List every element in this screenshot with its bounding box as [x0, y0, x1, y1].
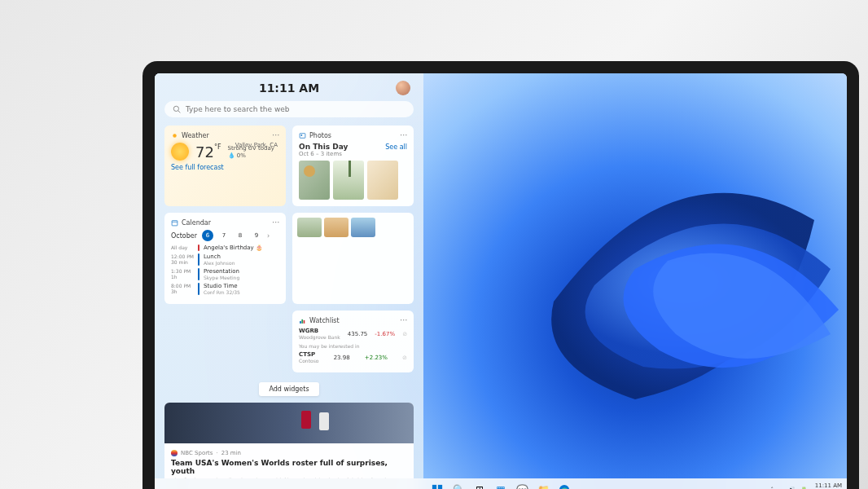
- weather-temp: 72: [195, 143, 214, 161]
- svg-line-1: [178, 111, 181, 113]
- weather-location: Valley Park, CA: [235, 142, 278, 148]
- photo-thumb[interactable]: [297, 218, 322, 237]
- photos-strip[interactable]: [292, 213, 414, 304]
- system-tray[interactable]: ˄ ◡ 🔊 🔋 11:11 AM 6/24/2021: [770, 483, 842, 489]
- calendar-day[interactable]: 8: [235, 230, 246, 241]
- photo-thumb[interactable]: [333, 161, 364, 200]
- screen: 11:11 AM Weather ⋯ Valley Park, CA 72°F: [155, 73, 847, 489]
- news-image: [164, 403, 414, 443]
- taskbar-center: 🔍 ⊞ ▦ 💬 📁: [431, 483, 571, 489]
- svg-rect-5: [172, 221, 178, 226]
- svg-rect-9: [304, 320, 305, 324]
- calendar-widget[interactable]: Calendar ⋯ October 6 7 8 9 › All dayAnge…: [164, 213, 286, 304]
- photos-more-button[interactable]: ⋯: [400, 130, 409, 139]
- weather-more-button[interactable]: ⋯: [272, 130, 281, 139]
- calendar-event[interactable]: 1:30 PM1hPresentationSkype Meeting: [171, 268, 279, 280]
- chevron-right-icon[interactable]: ›: [267, 232, 270, 240]
- taskbar: 🔍 ⊞ ▦ 💬 📁 ˄ ◡ 🔊 🔋 11:11 AM 6/24/2021: [155, 478, 847, 489]
- chat-button[interactable]: 💬: [515, 483, 528, 489]
- svg-rect-7: [300, 321, 301, 324]
- calendar-day[interactable]: 7: [218, 230, 230, 241]
- chart-icon: [299, 317, 306, 324]
- tray-time: 11:11 AM: [813, 483, 842, 489]
- laptop-frame: 11:11 AM Weather ⋯ Valley Park, CA 72°F: [142, 61, 859, 489]
- calendar-icon: [171, 219, 178, 227]
- explorer-button[interactable]: 📁: [537, 483, 550, 489]
- weather-widget[interactable]: Weather ⋯ Valley Park, CA 72°F Strong UV…: [164, 126, 286, 206]
- search-input[interactable]: [186, 105, 406, 113]
- photos-widget[interactable]: Photos ⋯ On This Day Oct 6 – 3 items See…: [292, 126, 414, 206]
- svg-rect-11: [438, 485, 442, 489]
- sun-icon: [171, 143, 189, 161]
- add-widgets-button[interactable]: Add widgets: [259, 382, 318, 396]
- stock-row[interactable]: CTSPContoso23.98+2.23%⊘: [299, 351, 407, 363]
- calendar-title: Calendar: [182, 219, 211, 227]
- svg-point-2: [173, 134, 177, 138]
- svg-rect-8: [301, 319, 303, 324]
- svg-point-4: [301, 134, 303, 136]
- svg-rect-10: [432, 485, 436, 489]
- weather-icon: [171, 132, 178, 139]
- bloom-graphic: [391, 73, 847, 481]
- nbc-icon: [171, 450, 178, 456]
- widgets-clock: 11:11 AM: [259, 82, 319, 95]
- task-view-button[interactable]: ⊞: [473, 483, 486, 489]
- photo-thumb[interactable]: [299, 161, 330, 200]
- photo-thumb[interactable]: [351, 218, 375, 237]
- calendar-month: October: [171, 232, 197, 240]
- photo-thumb[interactable]: [367, 161, 398, 200]
- calendar-day-selected[interactable]: 6: [202, 230, 213, 241]
- photos-subheading: Oct 6 – 3 items: [299, 151, 348, 157]
- weather-title: Weather: [182, 132, 209, 139]
- photos-see-all[interactable]: See all: [385, 143, 407, 151]
- photo-thumb[interactable]: [324, 218, 349, 237]
- svg-rect-3: [300, 134, 305, 139]
- forecast-link[interactable]: See full forecast: [171, 164, 279, 171]
- photos-title: Photos: [309, 132, 331, 139]
- user-avatar[interactable]: [396, 81, 410, 95]
- search-button[interactable]: 🔍: [452, 483, 465, 489]
- news-age: 23 min: [221, 450, 241, 456]
- weather-precip: 0%: [237, 152, 246, 159]
- calendar-event[interactable]: All dayAngela's Birthday 🎂: [171, 244, 279, 251]
- calendar-event[interactable]: 12:00 PM30 minLunchAlex Johnson: [171, 253, 279, 266]
- stock-row[interactable]: WGRBWoodgrove Bank435.75-1.67%⊘: [299, 328, 407, 340]
- watchlist-title: Watchlist: [309, 317, 340, 324]
- search-icon: [173, 105, 181, 113]
- calendar-more-button[interactable]: ⋯: [272, 218, 281, 227]
- svg-point-0: [173, 106, 178, 111]
- calendar-events: All dayAngela's Birthday 🎂12:00 PM30 min…: [171, 244, 279, 295]
- widgets-panel: 11:11 AM Weather ⋯ Valley Park, CA 72°F: [155, 73, 423, 489]
- watchlist-more-button[interactable]: ⋯: [400, 315, 409, 324]
- news-source: NBC Sports: [181, 450, 213, 456]
- search-box[interactable]: [164, 101, 414, 117]
- watchlist-widget[interactable]: Watchlist ⋯ WGRBWoodgrove Bank435.75-1.6…: [292, 311, 414, 372]
- photos-heading: On This Day: [299, 143, 348, 151]
- watchlist-hint: You may be interested in: [299, 343, 407, 349]
- calendar-event[interactable]: 8:00 PM3hStudio TimeConf Rm 32/35: [171, 283, 279, 295]
- widgets-button[interactable]: ▦: [494, 483, 507, 489]
- photos-icon: [299, 132, 306, 139]
- edge-button[interactable]: [558, 483, 571, 489]
- calendar-day[interactable]: 9: [251, 230, 262, 241]
- news-headline: Team USA's Women's Worlds roster full of…: [171, 459, 407, 475]
- add-widgets-row: Add widgets: [164, 379, 414, 396]
- start-button[interactable]: [431, 483, 444, 489]
- news-card[interactable]: NBC Sports · 23 min Team USA's Women's W…: [164, 403, 414, 489]
